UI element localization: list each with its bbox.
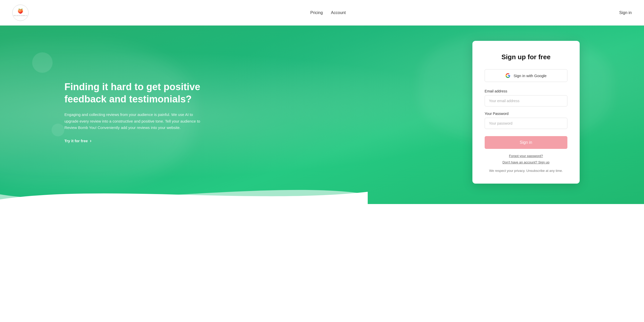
hero-text-block: Finding it hard to get positive feedback… (64, 81, 207, 144)
password-input[interactable] (485, 118, 567, 129)
hero-cta-label: Try it for free (64, 139, 88, 143)
nav-account[interactable]: Account (331, 10, 346, 15)
signin-button[interactable]: Sign in (485, 136, 567, 149)
nav-pricing[interactable]: Pricing (310, 10, 323, 15)
signin-link[interactable]: Sign in (619, 10, 632, 15)
password-group: Your Password (485, 112, 567, 129)
google-icon (505, 73, 510, 78)
hero-cta-arrow-icon: › (90, 138, 91, 144)
google-signin-button[interactable]: Sign in with Google (485, 69, 567, 82)
logo-text: REVIEW BOMB AI (14, 15, 27, 17)
nav-links: Pricing Account (310, 10, 346, 15)
privacy-text: We respect your privacy. Unsubscribe at … (485, 168, 567, 173)
hero-description: Engaging and collecting reviews from you… (64, 111, 207, 131)
google-signin-label: Sign in with Google (514, 74, 546, 78)
hero-title: Finding it hard to get positive feedback… (64, 81, 207, 105)
hero-content: Finding it hard to get positive feedback… (0, 26, 644, 204)
hero-section: Finding it hard to get positive feedback… (0, 26, 644, 204)
navbar: 🍑 REVIEW BOMB AI Pricing Account Sign in (0, 0, 644, 26)
logo-circle: 🍑 REVIEW BOMB AI (12, 5, 29, 21)
email-input[interactable] (485, 95, 567, 106)
logo[interactable]: 🍑 REVIEW BOMB AI (12, 5, 29, 21)
signup-title: Sign up for free (485, 53, 567, 61)
email-group: Email address (485, 89, 567, 106)
forgot-password-link[interactable]: Forgot your password? (509, 154, 543, 158)
password-label: Your Password (485, 112, 567, 116)
no-account-link[interactable]: Don't have an account? Sign up (503, 160, 550, 164)
signup-card: Sign up for free Sign in with Google Ema… (472, 41, 580, 184)
email-label: Email address (485, 89, 567, 93)
form-links: Forgot your password? Don't have an acco… (485, 154, 567, 164)
hero-cta-link[interactable]: Try it for free › (64, 138, 91, 144)
